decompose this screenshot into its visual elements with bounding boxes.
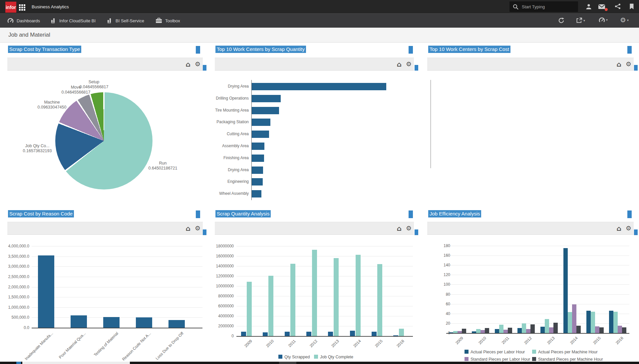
gear-icon[interactable]: ⚙ (195, 225, 200, 231)
bar[interactable] (545, 319, 549, 333)
bar[interactable] (252, 155, 264, 162)
bar[interactable] (252, 107, 279, 114)
bar[interactable] (526, 329, 530, 333)
global-search[interactable] (509, 1, 578, 12)
bar[interactable] (252, 143, 264, 150)
bar[interactable] (252, 119, 270, 126)
bar[interactable] (334, 258, 339, 336)
bar[interactable] (252, 167, 263, 174)
bar[interactable] (285, 332, 290, 336)
refresh-icon[interactable] (558, 17, 564, 24)
bar[interactable] (530, 324, 535, 333)
bar[interactable] (503, 330, 508, 333)
bar[interactable] (252, 178, 263, 185)
bar[interactable] (618, 326, 622, 333)
bar[interactable] (312, 250, 317, 336)
bar[interactable] (38, 255, 54, 328)
panel-resize-handle[interactable] (196, 46, 200, 54)
bar[interactable] (591, 312, 595, 333)
nav-item-bi-self-service[interactable]: BI Self-Service (107, 14, 144, 28)
bar[interactable] (485, 328, 489, 333)
bar[interactable] (263, 332, 268, 336)
panel-resize-handle[interactable] (409, 46, 413, 54)
home-icon[interactable]: ⌂ (186, 225, 190, 232)
panel-mini-handle[interactable] (415, 229, 418, 235)
panel-title-job-efficiency-analysis[interactable]: Job Efficiency Analysis (428, 210, 481, 217)
bar[interactable] (453, 331, 458, 333)
mail-icon[interactable] (598, 4, 605, 11)
bar[interactable] (613, 312, 618, 333)
panel-mini-handle[interactable] (203, 229, 206, 235)
legend-item[interactable]: Actual Pieces per Labor Hour (465, 350, 525, 354)
bar[interactable] (609, 311, 613, 333)
bar[interactable] (522, 323, 526, 333)
panel-mini-handle[interactable] (634, 65, 638, 71)
bar[interactable] (599, 327, 604, 333)
panel-resize-handle[interactable] (196, 210, 200, 218)
bar[interactable] (622, 327, 626, 333)
dashboard-gauge-icon[interactable]: ▾ (599, 17, 608, 22)
bar[interactable] (472, 331, 476, 333)
bar[interactable] (377, 264, 382, 336)
bar[interactable] (595, 326, 599, 333)
bar[interactable] (495, 329, 499, 333)
bar[interactable] (586, 311, 591, 333)
gear-icon[interactable]: ⚙ (406, 225, 412, 231)
bar[interactable] (480, 330, 485, 333)
scrollbar-thumb[interactable] (22, 362, 130, 364)
legend-item[interactable]: Qty Scrapped (278, 355, 310, 359)
horizontal-scrollbar[interactable] (0, 362, 639, 364)
bar[interactable] (290, 264, 295, 336)
bookmark-icon[interactable] (629, 3, 634, 11)
bar[interactable] (568, 312, 572, 333)
bar[interactable] (168, 320, 185, 328)
panel-title-scrap-cost-by-reason-code[interactable]: Scrap Cost by Reason Code (8, 210, 74, 217)
bar[interactable] (252, 95, 281, 102)
bar[interactable] (350, 331, 355, 336)
bar[interactable] (449, 332, 453, 333)
legend-item[interactable]: Job Qty Complete (314, 355, 353, 359)
bar[interactable] (268, 276, 273, 336)
gear-icon[interactable]: ⚙ (406, 61, 412, 67)
share-icon[interactable] (615, 3, 621, 11)
bar[interactable] (328, 332, 333, 336)
bar[interactable] (399, 329, 404, 336)
bar[interactable] (393, 335, 398, 336)
bar[interactable] (563, 248, 568, 333)
export-icon[interactable]: ▾ (576, 17, 585, 23)
panel-title-top10-scrap-cost[interactable]: Top 10 Work Centers by Scrap Cost (428, 46, 510, 53)
settings-gear-icon[interactable]: ⚙ ▾ (620, 17, 629, 23)
infor-logo[interactable]: infor (5, 2, 16, 13)
bar[interactable] (241, 332, 246, 336)
bar[interactable] (252, 190, 261, 197)
panel-mini-handle[interactable] (415, 65, 418, 71)
bar[interactable] (356, 255, 361, 336)
panel-resize-handle[interactable] (627, 46, 632, 54)
gear-icon[interactable]: ⚙ (626, 61, 631, 67)
bar[interactable] (476, 329, 480, 333)
bar[interactable] (71, 315, 87, 328)
bar[interactable] (517, 328, 522, 333)
app-grid-icon[interactable] (19, 4, 26, 11)
panel-resize-handle[interactable] (627, 210, 632, 218)
bar[interactable] (252, 131, 269, 138)
legend-item[interactable]: Actual Pieces per Machine Hour (532, 350, 598, 354)
bar[interactable] (247, 282, 252, 336)
bar[interactable] (462, 329, 466, 333)
panel-resize-handle[interactable] (409, 210, 413, 218)
bar[interactable] (576, 326, 581, 333)
bar[interactable] (252, 83, 386, 90)
bar[interactable] (553, 323, 558, 333)
nav-item-infor-cloudsuite-bi[interactable]: Infor CloudSuite BI (51, 14, 96, 28)
home-icon[interactable]: ⌂ (397, 61, 402, 68)
bar[interactable] (103, 317, 120, 328)
bar[interactable] (499, 325, 503, 333)
bar[interactable] (549, 327, 553, 333)
gear-icon[interactable]: ⚙ (626, 225, 631, 231)
panel-mini-handle[interactable] (634, 229, 638, 235)
bar[interactable] (540, 327, 545, 333)
nav-item-toolbox[interactable]: Toolbox (156, 14, 180, 28)
home-icon[interactable]: ⌂ (397, 225, 402, 232)
legend-item[interactable]: Standard Pieces per Machine Hour (532, 357, 603, 362)
panel-title-scrap-quantity-analysis[interactable]: Scrap Quantity Analysis (215, 210, 271, 217)
